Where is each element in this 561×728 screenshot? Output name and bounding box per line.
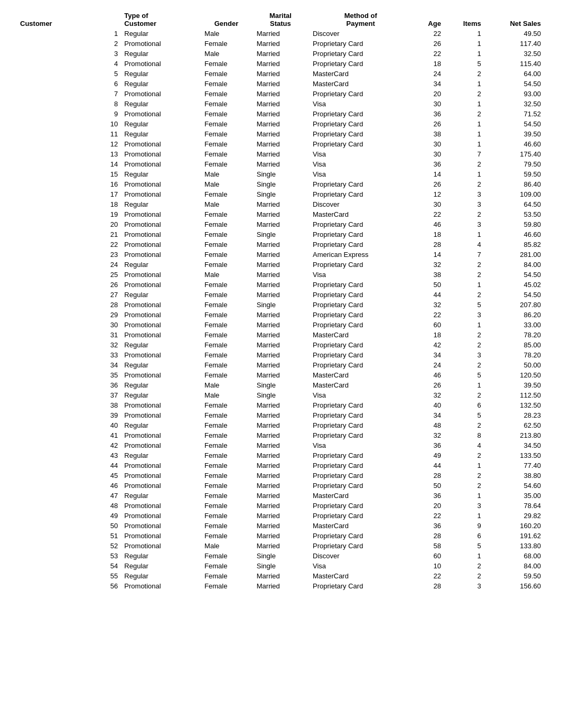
cell-age: 18 [413,59,445,69]
cell-items: 1 [445,79,485,89]
cell-payment: Proprietary Card [308,450,413,460]
cell-customer-num: 14 [16,159,120,169]
cell-items: 2 [445,330,485,340]
cell-items: 2 [445,260,485,270]
table-row: 23 Promotional Female Married American E… [16,250,545,260]
cell-customer-type: Promotional [120,109,200,119]
cell-customer-type: Promotional [120,89,200,99]
cell-gender: Female [200,511,253,521]
cell-age: 22 [413,49,445,59]
cell-gender: Female [200,531,253,541]
cell-customer-type: Regular [120,260,200,270]
cell-customer-type: Promotional [120,39,200,49]
cell-customer-num: 16 [16,179,120,189]
cell-customer-type: Regular [120,380,200,390]
cell-items: 6 [445,400,485,410]
cell-customer-num: 31 [16,330,120,340]
cell-customer-type: Regular [120,571,200,581]
cell-netsales: 54.50 [485,290,545,300]
cell-customer-num: 15 [16,169,120,179]
cell-gender: Female [200,250,253,260]
cell-gender: Female [200,260,253,270]
cell-netsales: 93.00 [485,89,545,99]
cell-gender: Female [200,320,253,330]
cell-payment: Proprietary Card [308,49,413,59]
cell-netsales: 38.80 [485,471,545,481]
cell-items: 1 [445,29,485,39]
cell-marital: Married [253,310,308,320]
cell-marital: Married [253,410,308,420]
cell-items: 1 [445,229,485,239]
cell-items: 1 [445,320,485,330]
cell-customer-type: Promotional [120,330,200,340]
cell-payment: Proprietary Card [308,119,413,129]
table-row: 56 Promotional Female Married Proprietar… [16,581,545,591]
table-row: 49 Promotional Female Married Proprietar… [16,511,545,521]
cell-customer-num: 5 [16,69,120,79]
cell-customer-type: Promotional [120,511,200,521]
cell-netsales: 53.50 [485,209,545,219]
cell-marital: Married [253,270,308,280]
cell-customer-num: 45 [16,471,120,481]
cell-customer-num: 51 [16,531,120,541]
cell-netsales: 59.80 [485,219,545,229]
cell-age: 38 [413,270,445,280]
cell-marital: Married [253,370,308,380]
cell-items: 8 [445,430,485,440]
cell-age: 44 [413,460,445,471]
cell-gender: Female [200,119,253,129]
cell-items: 5 [445,370,485,380]
cell-payment: MasterCard [308,370,413,380]
cell-marital: Married [253,199,308,209]
cell-customer-type: Promotional [120,430,200,440]
table-row: 41 Promotional Female Married Proprietar… [16,430,545,440]
table-row: 5 Regular Female Married MasterCard 24 2… [16,69,545,79]
cell-customer-type: Promotional [120,139,200,149]
table-row: 48 Promotional Female Married Proprietar… [16,501,545,511]
cell-customer-type: Promotional [120,501,200,511]
cell-items: 2 [445,290,485,300]
header-type: Type of Customer [120,11,200,29]
cell-customer-type: Promotional [120,370,200,380]
cell-age: 58 [413,541,445,551]
table-row: 8 Regular Female Married Visa 30 1 32.50 [16,99,545,109]
cell-items: 2 [445,360,485,370]
cell-items: 7 [445,149,485,159]
cell-age: 28 [413,239,445,250]
cell-customer-num: 2 [16,39,120,49]
cell-payment: Proprietary Card [308,280,413,290]
cell-netsales: 71.52 [485,109,545,119]
cell-payment: MasterCard [308,380,413,390]
cell-marital: Married [253,581,308,591]
cell-payment: Visa [308,169,413,179]
cell-items: 1 [445,129,485,139]
cell-payment: Proprietary Card [308,350,413,360]
cell-items: 4 [445,440,485,450]
cell-customer-num: 25 [16,270,120,280]
cell-age: 24 [413,360,445,370]
cell-age: 48 [413,420,445,430]
cell-age: 32 [413,260,445,270]
cell-gender: Female [200,69,253,79]
cell-customer-num: 32 [16,340,120,350]
table-row: 22 Promotional Female Married Proprietar… [16,239,545,250]
cell-gender: Female [200,340,253,350]
cell-netsales: 86.20 [485,310,545,320]
cell-customer-type: Promotional [120,310,200,320]
cell-gender: Female [200,571,253,581]
cell-age: 49 [413,450,445,460]
cell-marital: Single [253,229,308,239]
cell-netsales: 32.50 [485,99,545,109]
cell-netsales: 49.50 [485,29,545,39]
cell-customer-num: 29 [16,310,120,320]
cell-items: 2 [445,159,485,169]
table-row: 21 Promotional Female Single Proprietary… [16,229,545,239]
cell-customer-num: 46 [16,481,120,491]
table-row: 55 Regular Female Married MasterCard 22 … [16,571,545,581]
table-row: 26 Promotional Female Married Proprietar… [16,280,545,290]
cell-customer-type: Regular [120,79,200,89]
table-row: 46 Promotional Female Married Proprietar… [16,481,545,491]
cell-items: 3 [445,581,485,591]
cell-items: 1 [445,39,485,49]
cell-customer-num: 48 [16,501,120,511]
